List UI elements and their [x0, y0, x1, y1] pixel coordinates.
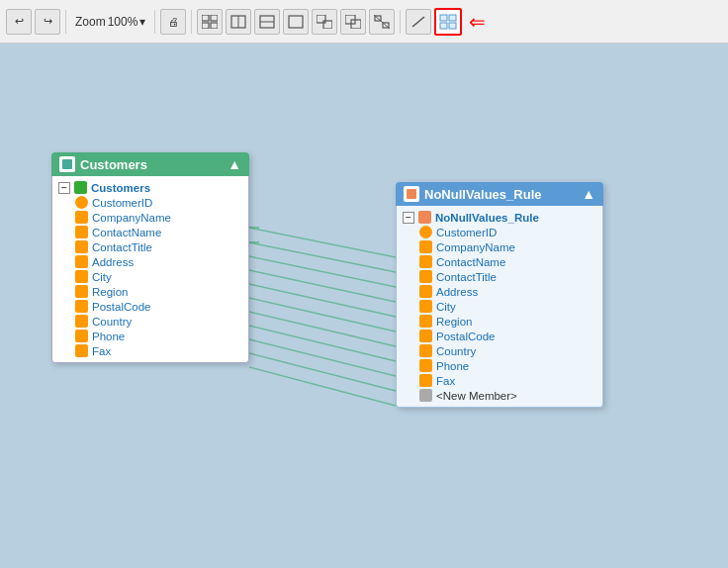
- svg-rect-3: [211, 23, 218, 29]
- label-contactname-t: ContactName: [436, 256, 505, 268]
- label-postalcode-t: PostalCode: [436, 331, 495, 342]
- collapse-icon[interactable]: −: [403, 212, 414, 224]
- svg-line-24: [249, 270, 396, 302]
- zoom-dropdown-icon[interactable]: ▾: [139, 15, 145, 29]
- target-table-header[interactable]: NoNullValues_Rule ▲: [396, 182, 603, 206]
- field-icon: [75, 270, 88, 283]
- source-table-title: Customers: [80, 157, 147, 172]
- target-row-customerid[interactable]: CustomerID: [397, 225, 602, 239]
- svg-line-26: [249, 298, 396, 331]
- target-row-table[interactable]: − NoNullValues_Rule: [397, 210, 602, 225]
- svg-rect-8: [289, 16, 303, 28]
- svg-rect-9: [317, 15, 325, 23]
- source-row-fax[interactable]: Fax: [52, 343, 248, 358]
- label-customerid-t: CustomerID: [436, 227, 497, 238]
- toolbar-btn-1[interactable]: [197, 9, 223, 35]
- source-row-contactname[interactable]: ContactName: [52, 225, 248, 239]
- key-icon: [75, 196, 88, 209]
- svg-rect-19: [440, 23, 447, 29]
- source-row-label-customers: Customers: [91, 182, 150, 194]
- table-type-icon: [418, 211, 431, 224]
- label-country: Country: [92, 316, 132, 328]
- svg-line-22: [249, 242, 396, 272]
- source-row-table[interactable]: − Customers: [52, 180, 248, 195]
- target-row-postalcode[interactable]: PostalCode: [397, 329, 602, 343]
- field-icon: [419, 300, 432, 313]
- source-table: Customers ▲ − Customers CustomerID Compa…: [51, 152, 249, 363]
- svg-line-13: [374, 15, 390, 29]
- target-row-country[interactable]: Country: [397, 343, 602, 358]
- toolbar-btn-7[interactable]: [369, 9, 395, 35]
- svg-line-27: [249, 312, 396, 346]
- label-city: City: [92, 271, 112, 283]
- svg-line-25: [249, 284, 396, 317]
- field-icon: [75, 255, 88, 268]
- source-table-header[interactable]: Customers ▲: [51, 152, 249, 176]
- redo-button[interactable]: ↪: [35, 9, 60, 35]
- table-type-icon: [74, 181, 87, 194]
- target-row-phone[interactable]: Phone: [397, 358, 602, 373]
- target-header-icon: [404, 186, 419, 202]
- target-row-fax[interactable]: Fax: [397, 373, 602, 388]
- field-icon: [419, 240, 432, 253]
- svg-line-23: [249, 256, 396, 287]
- toolbar-btn-2[interactable]: [226, 9, 251, 35]
- source-row-country[interactable]: Country: [52, 314, 248, 329]
- target-row-companyname[interactable]: CompanyName: [397, 239, 602, 254]
- source-table-body: − Customers CustomerID CompanyName Conta…: [51, 176, 249, 363]
- field-icon: [75, 240, 88, 253]
- collapse-icon[interactable]: −: [58, 182, 70, 194]
- svg-rect-17: [440, 15, 447, 21]
- zoom-label: Zoom: [75, 15, 106, 29]
- toolbar-btn-4[interactable]: [283, 9, 309, 35]
- toolbar-btn-5[interactable]: [312, 9, 337, 35]
- label-companyname-t: CompanyName: [436, 241, 515, 253]
- label-newmember-t: <New Member>: [436, 390, 517, 402]
- field-icon: [75, 226, 88, 238]
- svg-rect-20: [449, 23, 456, 29]
- target-row-newmember[interactable]: <New Member>: [397, 388, 602, 403]
- source-row-city[interactable]: City: [52, 269, 248, 284]
- field-icon: [419, 374, 432, 387]
- svg-line-30: [249, 353, 396, 391]
- target-row-address[interactable]: Address: [397, 284, 602, 299]
- target-row-contacttitle[interactable]: ContactTitle: [397, 269, 602, 284]
- separator-4: [400, 10, 401, 34]
- target-chevron-icon[interactable]: ▲: [582, 186, 595, 202]
- source-row-contacttitle[interactable]: ContactTitle: [52, 239, 248, 254]
- target-row-contactname[interactable]: ContactName: [397, 254, 602, 269]
- key-icon: [419, 226, 432, 238]
- toolbar-btn-6[interactable]: [340, 9, 366, 35]
- source-row-postalcode[interactable]: PostalCode: [52, 299, 248, 314]
- target-row-city[interactable]: City: [397, 299, 602, 314]
- label-phone: Phone: [92, 331, 125, 342]
- source-row-region[interactable]: Region: [52, 284, 248, 299]
- label-postalcode: PostalCode: [92, 301, 150, 313]
- zoom-value: 100%: [108, 15, 138, 29]
- source-row-companyname[interactable]: CompanyName: [52, 210, 248, 225]
- line-tool-button[interactable]: [406, 9, 431, 35]
- undo-button[interactable]: ↩: [6, 9, 32, 35]
- zoom-control[interactable]: Zoom 100% ▾: [71, 15, 149, 29]
- source-row-customerid[interactable]: CustomerID: [52, 195, 248, 210]
- source-header-icon: [59, 156, 75, 172]
- print-button[interactable]: 🖨: [160, 9, 186, 35]
- source-row-address[interactable]: Address: [52, 254, 248, 269]
- target-row-label: NoNullValues_Rule: [435, 212, 539, 224]
- target-row-region[interactable]: Region: [397, 314, 602, 329]
- field-icon: [419, 330, 432, 342]
- svg-line-21: [249, 228, 396, 257]
- field-icon: [419, 285, 432, 298]
- field-icon: [75, 344, 88, 357]
- svg-line-29: [249, 339, 396, 376]
- source-row-phone[interactable]: Phone: [52, 329, 248, 343]
- toolbar-btn-3[interactable]: [254, 9, 280, 35]
- svg-rect-2: [202, 23, 209, 29]
- field-icon: [75, 300, 88, 313]
- svg-line-16: [412, 17, 424, 27]
- svg-line-31: [249, 367, 396, 406]
- field-icon: [75, 315, 88, 328]
- source-chevron-icon[interactable]: ▲: [228, 156, 241, 172]
- separator-2: [154, 10, 155, 34]
- highlighted-grid-button[interactable]: [434, 8, 462, 36]
